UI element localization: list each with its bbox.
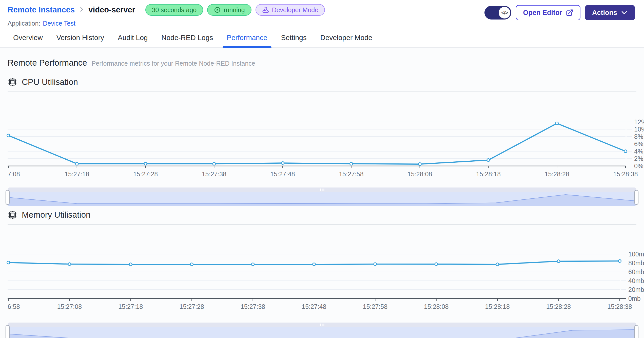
svg-text:10%: 10% <box>634 126 644 133</box>
header-left: Remote Instances video-server 30 seconds… <box>8 4 325 27</box>
status-badges: 30 seconds ago running Developer Mode <box>145 4 325 16</box>
instance-name: video-server <box>88 5 135 14</box>
svg-text:15:27:28: 15:27:28 <box>180 303 204 310</box>
running-badge-label: running <box>224 6 245 14</box>
cpu-chart: 12%10%8%6%4%2%0%7:0815:27:1815:27:2815:2… <box>8 92 638 177</box>
svg-text:2%: 2% <box>634 155 643 162</box>
memory-brush-right-handle[interactable] <box>634 325 638 338</box>
svg-text:15:28:38: 15:28:38 <box>613 171 638 178</box>
chevron-right-icon <box>78 6 85 14</box>
external-link-icon <box>566 9 573 16</box>
svg-text:6%: 6% <box>634 140 643 147</box>
open-editor-button[interactable]: Open Editor <box>516 5 580 20</box>
svg-text:15:27:58: 15:27:58 <box>339 171 363 178</box>
svg-text:15:27:38: 15:27:38 <box>202 171 226 178</box>
application-label: Application: <box>8 20 40 27</box>
cpu-minimap-canvas <box>8 192 635 206</box>
page-header: Remote Instances video-server 30 seconds… <box>0 0 644 27</box>
svg-text:15:28:08: 15:28:08 <box>424 303 448 310</box>
svg-text:12%: 12% <box>634 118 644 125</box>
grip-icon[interactable] <box>320 189 324 191</box>
performance-panel: Remote Performance Performance metrics f… <box>0 48 644 338</box>
svg-text:15:27:18: 15:27:18 <box>118 303 143 310</box>
cpu-brush-left-handle[interactable] <box>6 190 10 205</box>
cpu-brush-track <box>8 187 636 206</box>
memory-chart: 100mb80mb60mb40mb20mb0mb6:5815:27:0815:2… <box>8 225 638 311</box>
developer-mode-badge-label: Developer Mode <box>272 6 318 14</box>
tab-overview[interactable]: Overview <box>13 30 43 47</box>
cpu-chip-icon <box>8 210 17 220</box>
grip-icon[interactable] <box>320 324 324 326</box>
breadcrumb-link-remote-instances[interactable]: Remote Instances <box>8 5 75 14</box>
cpu-section: CPU Utilisation 12%10%8%6%4%2%0%7:0815:2… <box>8 76 636 206</box>
last-seen-badge: 30 seconds ago <box>145 4 203 16</box>
chevron-down-icon <box>621 9 628 16</box>
breadcrumb: Remote Instances video-server 30 seconds… <box>8 4 325 16</box>
svg-text:15:27:48: 15:27:48 <box>270 171 295 178</box>
svg-text:15:28:08: 15:28:08 <box>407 171 432 178</box>
tab-version-history[interactable]: Version History <box>56 30 104 47</box>
memory-minimap-canvas <box>8 327 635 338</box>
code-icon: </> <box>499 7 510 18</box>
svg-text:15:27:38: 15:27:38 <box>241 303 265 310</box>
svg-text:60mb: 60mb <box>628 268 644 275</box>
memory-brush-left-handle[interactable] <box>6 325 10 338</box>
application-row: Application: Device Test <box>8 20 325 27</box>
svg-text:7:08: 7:08 <box>8 171 20 178</box>
beaker-icon <box>262 6 269 13</box>
svg-text:100mb: 100mb <box>628 251 644 258</box>
svg-text:15:27:08: 15:27:08 <box>57 303 82 310</box>
svg-text:0mb: 0mb <box>628 295 641 302</box>
svg-text:15:28:28: 15:28:28 <box>546 303 571 310</box>
memory-section-title: Memory Utilisation <box>22 210 90 220</box>
tab-node-red-logs[interactable]: Node-RED Logs <box>161 30 213 47</box>
cpu-brush-drag-bar[interactable] <box>8 187 636 192</box>
panel-title: Remote Performance <box>8 58 87 68</box>
svg-text:15:28:28: 15:28:28 <box>545 171 569 178</box>
svg-text:15:27:48: 15:27:48 <box>302 303 326 310</box>
running-badge: running <box>207 4 251 16</box>
tab-settings[interactable]: Settings <box>281 30 307 47</box>
svg-text:15:27:18: 15:27:18 <box>65 171 89 178</box>
svg-text:0%: 0% <box>634 162 643 170</box>
application-link[interactable]: Device Test <box>43 20 75 27</box>
svg-text:15:27:58: 15:27:58 <box>363 303 387 310</box>
svg-text:4%: 4% <box>634 148 643 155</box>
memory-section: Memory Utilisation 100mb80mb60mb40mb20mb… <box>8 209 636 338</box>
cpu-chip-icon <box>8 77 17 87</box>
cpu-section-header: CPU Utilisation <box>8 76 636 88</box>
memory-range-selector[interactable] <box>8 323 636 338</box>
memory-brush-track <box>8 323 636 338</box>
svg-text:20mb: 20mb <box>628 286 644 293</box>
svg-text:40mb: 40mb <box>628 277 644 284</box>
svg-text:8%: 8% <box>634 133 643 140</box>
open-editor-label: Open Editor <box>523 9 562 17</box>
developer-mode-toggle[interactable]: </> <box>484 6 511 20</box>
memory-section-header: Memory Utilisation <box>8 209 636 221</box>
memory-brush-minimap <box>8 327 636 338</box>
actions-button[interactable]: Actions <box>585 5 635 20</box>
svg-text:15:28:18: 15:28:18 <box>476 171 501 178</box>
developer-mode-badge: Developer Mode <box>256 4 325 16</box>
header-controls: </> Open Editor Actions <box>484 5 635 20</box>
tab-developer-mode[interactable]: Developer Mode <box>320 30 372 47</box>
play-circle-icon <box>214 6 221 13</box>
panel-subtitle: Performance metrics for your Remote Node… <box>92 60 255 67</box>
memory-brush-drag-bar[interactable] <box>8 323 636 327</box>
actions-label: Actions <box>592 9 617 17</box>
cpu-brush-right-handle[interactable] <box>634 190 638 205</box>
cpu-range-selector[interactable] <box>8 187 636 206</box>
svg-text:15:27:28: 15:27:28 <box>133 171 158 178</box>
svg-text:15:28:18: 15:28:18 <box>485 303 510 310</box>
tab-performance[interactable]: Performance <box>227 30 267 47</box>
panel-header: Remote Performance Performance metrics f… <box>8 58 636 68</box>
cpu-brush-minimap <box>8 192 636 206</box>
divider <box>8 73 636 73</box>
tab-bar: Overview Version History Audit Log Node-… <box>0 30 644 48</box>
svg-text:6:58: 6:58 <box>8 303 20 310</box>
svg-text:80mb: 80mb <box>628 259 644 267</box>
cpu-section-title: CPU Utilisation <box>22 77 78 87</box>
tab-audit-log[interactable]: Audit Log <box>118 30 148 47</box>
svg-text:15:28:38: 15:28:38 <box>607 303 632 310</box>
